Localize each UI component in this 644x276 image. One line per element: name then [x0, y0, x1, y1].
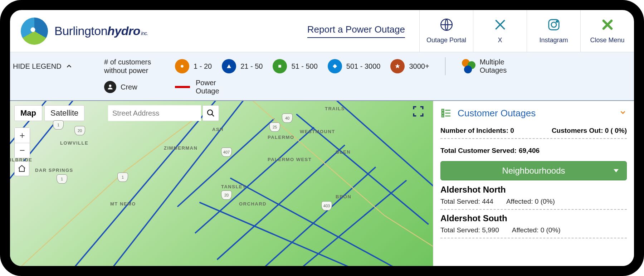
customers-out: Customers Out: 0 ( 0%)	[552, 127, 627, 135]
neighbourhood-name: Aldershot North	[440, 185, 627, 195]
customers-out-value: 0 ( 0%)	[605, 127, 627, 134]
x-social-icon	[493, 18, 507, 32]
legend-bar: HIDE LEGEND # of customers without power…	[10, 52, 634, 101]
legend-label: 501 - 3000	[346, 62, 381, 71]
logo-icon	[21, 18, 48, 45]
zoom-in-button[interactable]: +	[15, 128, 30, 143]
legend-row-crew: Crew Power Outage	[10, 79, 630, 95]
legend-label: 21 - 50	[240, 62, 263, 71]
instagram-icon	[547, 18, 561, 32]
dot-icon-star	[390, 59, 405, 73]
svg-point-2	[551, 22, 556, 27]
side-panel: Customer Outages Number of Incidents: 0 …	[433, 101, 634, 266]
panel-title: Customer Outages	[458, 108, 536, 119]
map-place-label: PALERMO	[268, 135, 294, 140]
report-outage-link[interactable]: Report a Power Outage	[307, 24, 405, 38]
map-place-label: ZIMMERMAN	[164, 145, 197, 151]
nav-close-menu[interactable]: Close Menu	[580, 10, 634, 52]
neighbourhood-stats: Total Served: 5,990 Affected: 0 (0%)	[440, 226, 627, 234]
neighbourhood-item: Aldershot South Total Served: 5,990 Affe…	[440, 213, 627, 238]
power-outage-line-icon	[175, 86, 190, 88]
globe-icon	[440, 18, 453, 32]
road-shield: 1	[57, 174, 67, 184]
brand-logo[interactable]: Burlingtonhydroinc.	[10, 18, 160, 45]
map-type-toggle: Map Satellite	[14, 105, 84, 121]
legend-crew: Crew	[104, 81, 165, 93]
svg-marker-5	[227, 64, 231, 68]
home-icon	[18, 164, 26, 173]
map-place-label: LOWVILLE	[60, 140, 88, 146]
main-split: Map Satellite + − LOWVILLE ILBRIDE DAR S…	[10, 101, 634, 266]
legend-range-1: 1 - 20	[175, 59, 212, 73]
dot-icon-green	[273, 59, 287, 73]
road-shield: 20	[221, 190, 232, 200]
legend-label: 1 - 20	[194, 62, 212, 71]
panel-header: Customer Outages	[440, 107, 627, 119]
nav-outage-portal[interactable]: Outage Portal	[419, 10, 473, 52]
search-button[interactable]	[203, 105, 219, 121]
dashed-divider	[440, 209, 627, 210]
brand-suffix: inc.	[141, 30, 148, 36]
svg-marker-7	[333, 64, 337, 68]
zoom-control: + −	[14, 127, 30, 158]
nav-label: Close Menu	[590, 37, 624, 44]
nav-label: Instagram	[539, 37, 568, 44]
svg-rect-12	[442, 112, 444, 114]
dot-icon-orange	[175, 59, 189, 73]
list-icon	[440, 107, 452, 119]
road-shield: 407	[221, 147, 232, 157]
incidents-value: 0	[510, 127, 514, 134]
crew-icon	[104, 81, 116, 93]
logo-text: Burlingtonhydroinc.	[54, 24, 148, 38]
dashed-divider	[440, 138, 627, 139]
nav-x[interactable]: X	[473, 10, 527, 52]
map-place-label: GLEN	[336, 149, 351, 155]
legend-row-main: HIDE LEGEND # of customers without power…	[10, 57, 630, 75]
nav-instagram[interactable]: Instagram	[527, 10, 580, 52]
legend-range-2: 21 - 50	[222, 59, 263, 73]
legend-label: 3000+	[409, 62, 429, 71]
map-place-label: TANSLEY	[221, 184, 246, 189]
road-shield: 40	[282, 113, 293, 123]
total-served-label: Total Customer Served:	[440, 147, 517, 155]
nav-label: Outage Portal	[426, 37, 466, 44]
hide-legend-label: HIDE LEGEND	[13, 62, 62, 71]
customers-out-label: Customers Out:	[552, 127, 603, 134]
map-search	[108, 105, 219, 121]
tab-map[interactable]: Map	[14, 105, 42, 121]
map-place-label: TRAILS	[325, 106, 345, 111]
zoom-out-button[interactable]: −	[15, 143, 30, 158]
map-boundaries	[10, 101, 433, 266]
road-shield: 20	[74, 126, 85, 135]
dot-icon-cyan	[328, 59, 342, 73]
close-icon	[601, 18, 614, 32]
legend-power-outage: Power Outage	[175, 79, 224, 95]
panel-collapse-toggle[interactable]	[619, 108, 627, 118]
svg-point-3	[556, 21, 557, 22]
legend-label: Multiple Outages	[480, 58, 512, 74]
brand-name-light: Burlington	[54, 24, 107, 38]
map-pane[interactable]: Map Satellite + − LOWVILLE ILBRIDE DAR S…	[10, 101, 433, 266]
hide-legend-toggle[interactable]: HIDE LEGEND	[10, 62, 94, 71]
legend-title: # of customers without power	[104, 58, 165, 75]
search-input[interactable]	[108, 105, 201, 121]
svg-rect-13	[442, 115, 444, 117]
stats-row-2: Total Customer Served: 69,406	[440, 147, 627, 155]
tab-satellite[interactable]: Satellite	[44, 105, 84, 121]
multiple-outages-icon	[461, 59, 475, 73]
neighbourhoods-dropdown[interactable]: Neighbourhoods	[440, 161, 627, 180]
map-place-label: ILBRIDE	[10, 157, 33, 163]
brand-name-bold: hydro	[107, 24, 140, 38]
legend-range-4: 501 - 3000	[328, 59, 381, 73]
stats-row-1: Number of Incidents: 0 Customers Out: 0 …	[440, 127, 627, 135]
fullscreen-button[interactable]	[412, 105, 426, 120]
road-shield: 1	[117, 173, 128, 182]
map-place-label: ASH	[212, 127, 224, 132]
legend-label: Power Outage	[196, 79, 224, 95]
legend-label: 51 - 500	[291, 62, 317, 71]
nav-label: X	[498, 37, 502, 44]
chevron-up-icon	[65, 62, 73, 70]
reset-view-button[interactable]	[14, 161, 29, 176]
svg-point-10	[208, 110, 213, 115]
legend-label: Crew	[121, 83, 137, 91]
